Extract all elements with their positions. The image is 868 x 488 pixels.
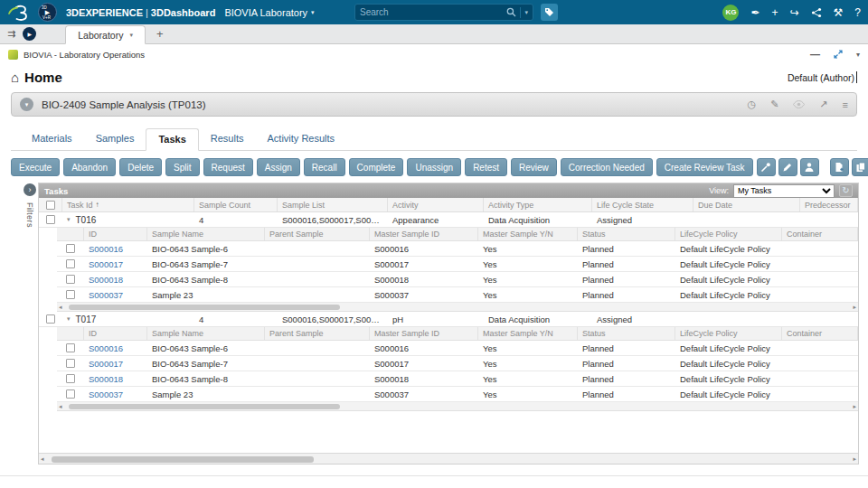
dashboard-tab-laboratory[interactable]: Laboratory ▾ — [65, 25, 146, 44]
sample-column-header-lifecycle-policy[interactable]: LifeCycle Policy — [675, 228, 782, 240]
sample-column-header-parent-sample[interactable]: Parent Sample — [265, 228, 370, 240]
scroll-right-icon[interactable]: ▸ — [853, 455, 856, 463]
filters-expand-button[interactable]: › — [24, 183, 36, 196]
scroll-left-icon[interactable]: ◂ — [59, 304, 62, 311]
user-avatar[interactable]: KG — [722, 5, 739, 21]
scroll-right-icon[interactable]: ▸ — [853, 304, 856, 311]
collapse-group-icon[interactable]: ▾ — [67, 315, 71, 323]
inner-horizontal-scrollbar[interactable]: ◂▸ — [57, 303, 858, 312]
sample-id-link[interactable]: S000018 — [84, 374, 147, 384]
sample-row[interactable]: S000017BIO-0643 Sample-7S000017YesPlanne… — [57, 356, 858, 371]
column-header-life-cycle-state[interactable]: Life Cycle State — [592, 198, 693, 211]
sample-id-link[interactable]: S000017 — [84, 359, 147, 369]
add-content-icon[interactable]: + — [771, 6, 778, 19]
assign-user-icon-button[interactable] — [800, 158, 819, 176]
tab-chevron-icon[interactable]: ▾ — [129, 32, 133, 39]
column-header-task-id[interactable]: Task Id↑ — [62, 198, 194, 211]
tab-samples[interactable]: Samples — [84, 128, 146, 150]
action-button-correction-needed[interactable]: Correction Needed — [561, 158, 653, 176]
sample-column-header-sample-name[interactable]: Sample Name — [147, 327, 265, 340]
action-button-assign[interactable]: Assign — [257, 158, 300, 176]
context-selector[interactable]: BIOVIA Laboratory ▾ — [224, 7, 314, 18]
bottom-horizontal-scrollbar[interactable]: ◂ ▸ — [39, 453, 858, 464]
sample-checkbox[interactable] — [66, 389, 75, 399]
share-icon[interactable]: ↗ — [819, 99, 827, 110]
search-icon[interactable] — [506, 7, 516, 17]
scroll-left-icon[interactable]: ◂ — [41, 455, 44, 463]
action-button-abandon[interactable]: Abandon — [63, 158, 116, 176]
copy-document-icon-button[interactable] — [852, 158, 868, 176]
add-document-icon-button[interactable] — [830, 158, 849, 176]
action-button-split[interactable]: Split — [165, 158, 199, 176]
share-arrow-icon[interactable]: ↪ — [789, 6, 798, 19]
sample-column-header-container[interactable]: Container — [782, 228, 858, 240]
column-header-activity[interactable]: Activity — [388, 198, 484, 211]
tag-button[interactable] — [541, 4, 558, 21]
collapse-panel-icon[interactable]: ▾ — [20, 98, 33, 111]
sample-row[interactable]: S000018BIO-0643 Sample-8S000018YesPlanne… — [57, 272, 858, 287]
scroll-right-icon[interactable]: ▸ — [853, 403, 856, 410]
history-icon[interactable]: ◷ — [748, 99, 757, 110]
scroll-thumb[interactable] — [52, 456, 314, 463]
help-icon[interactable]: ? — [854, 6, 861, 19]
tab-results[interactable]: Results — [199, 128, 256, 150]
action-button-request[interactable]: Request — [203, 158, 253, 176]
eyedropper-icon-button[interactable] — [757, 158, 776, 176]
eye-icon[interactable] — [793, 99, 805, 110]
sample-checkbox[interactable] — [66, 359, 75, 368]
minimize-icon[interactable]: — — [810, 49, 820, 60]
sample-column-header-master-sample-y-n[interactable]: Master Sample Y/N — [478, 228, 578, 240]
experiment-panel-header[interactable]: ▾ BIO-2409 Sample Analysis (TP013) ◷ ✎ ↗… — [11, 92, 857, 117]
sample-checkbox[interactable] — [66, 343, 75, 352]
sample-id-link[interactable]: S000037 — [84, 290, 147, 300]
select-all-checkbox[interactable] — [46, 201, 55, 210]
scroll-thumb[interactable] — [69, 404, 340, 409]
task-row[interactable]: ▾T0174S000016,S000017,S000018...pHData A… — [39, 312, 858, 327]
action-button-create-review-task[interactable]: Create Review Task — [656, 158, 753, 176]
add-tab-button[interactable]: + — [156, 27, 164, 41]
share-network-icon[interactable] — [811, 7, 822, 18]
sample-column-header-status[interactable]: Status — [578, 327, 675, 340]
column-header-sample-list[interactable]: Sample List — [278, 198, 388, 211]
sample-id-link[interactable]: S000016 — [84, 343, 147, 353]
search-options-chevron-icon[interactable]: ▾ — [524, 9, 528, 16]
sample-row[interactable]: S000017BIO-0643 Sample-7S000017YesPlanne… — [57, 257, 858, 272]
mini-compass-icon[interactable]: ▶ — [23, 27, 36, 41]
sample-column-header-master-sample-y-n[interactable]: Master Sample Y/N — [478, 327, 578, 340]
task-row[interactable]: ▾T0164S000016,S000017,S000018...Appearan… — [39, 212, 858, 228]
sample-column-header-sample-name[interactable]: Sample Name — [147, 228, 265, 240]
menu-icon[interactable]: ≡ — [843, 99, 848, 110]
sample-id-link[interactable]: S000017 — [84, 259, 147, 269]
pencil-icon-button[interactable] — [778, 158, 797, 176]
sample-column-header-container[interactable]: Container — [782, 327, 858, 340]
sample-row[interactable]: S000016BIO-0643 Sample-6S000016YesPlanne… — [57, 341, 858, 356]
column-header-sample-count[interactable]: Sample Count — [194, 198, 278, 211]
pen-icon[interactable]: ✒ — [750, 6, 760, 19]
refresh-button[interactable]: ↻ — [839, 184, 853, 197]
scroll-left-icon[interactable]: ◂ — [59, 403, 62, 410]
edit-icon[interactable]: ✎ — [770, 99, 778, 110]
widget-menu-chevron-icon[interactable]: ▾ — [856, 51, 860, 59]
sample-id-link[interactable]: S000037 — [84, 389, 147, 399]
task-checkbox[interactable] — [46, 215, 55, 224]
scroll-thumb[interactable] — [69, 305, 340, 310]
sample-column-header-id[interactable]: ID — [84, 327, 147, 340]
sample-checkbox[interactable] — [66, 259, 75, 268]
action-button-execute[interactable]: Execute — [11, 158, 60, 176]
tools-icon[interactable]: ⚒ — [834, 6, 844, 19]
action-button-unassign[interactable]: Unassign — [407, 158, 461, 176]
tab-materials[interactable]: Materials — [20, 128, 84, 150]
sample-column-header-status[interactable]: Status — [578, 228, 675, 240]
action-button-delete[interactable]: Delete — [119, 158, 162, 176]
view-select[interactable]: My Tasks — [733, 184, 835, 198]
collapse-group-icon[interactable]: ▾ — [67, 216, 71, 223]
compass-icon[interactable]: 3D ▶ V+R — [38, 3, 57, 22]
sample-column-header-master-sample-id[interactable]: Master Sample ID — [370, 228, 478, 240]
inner-horizontal-scrollbar[interactable]: ◂▸ — [57, 402, 858, 411]
sample-column-header-id[interactable]: ID — [84, 228, 147, 240]
column-header-due-date[interactable]: Due Date — [693, 198, 800, 211]
sample-row[interactable]: S000018BIO-0643 Sample-8S000018YesPlanne… — [57, 371, 858, 387]
action-button-review[interactable]: Review — [511, 158, 557, 176]
sample-id-link[interactable]: S000016 — [84, 244, 147, 254]
task-checkbox[interactable] — [46, 314, 55, 324]
